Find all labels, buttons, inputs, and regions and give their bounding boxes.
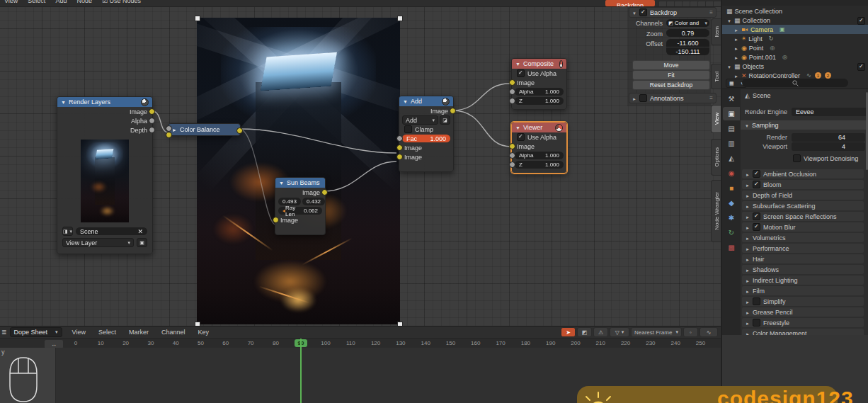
collection-visibility-checkbox[interactable] xyxy=(857,17,865,25)
warning-filter-button[interactable]: ⚠ xyxy=(593,327,608,337)
scene-browse-button[interactable]: ◨ xyxy=(62,227,73,236)
z-field[interactable]: Z1.000 xyxy=(515,161,564,169)
output-socket-image[interactable] xyxy=(149,108,155,115)
node-header[interactable]: ▼ Add xyxy=(399,96,453,106)
samples-viewport-field[interactable]: 4 xyxy=(792,142,865,151)
expand-icon[interactable] xyxy=(632,95,636,102)
offset-y-field[interactable]: -150.111 xyxy=(666,47,709,55)
tweak-tool-button[interactable]: ➤ xyxy=(561,327,576,337)
panel-row-screen-space-reflections[interactable]: Screen Space Reflections xyxy=(742,212,864,221)
expand-icon[interactable] xyxy=(746,181,750,188)
panel-row-ambient-occlusion[interactable]: Ambient Occlusion xyxy=(742,169,864,178)
properties-tab-0[interactable]: ⚒ xyxy=(723,92,740,106)
outliner-row-collection[interactable]: ▦ Collection xyxy=(722,16,868,25)
panel-row-subsurface-scattering[interactable]: Subsurface Scattering xyxy=(742,201,864,210)
menu-view[interactable]: View xyxy=(4,0,18,4)
input-socket-alpha[interactable] xyxy=(509,89,515,95)
light-data-icon[interactable]: ↻ xyxy=(769,35,774,42)
camera-data-icon[interactable]: ▣ xyxy=(780,26,785,33)
outliner-row-scene-collection[interactable]: ▦ Scene Collection xyxy=(722,6,868,16)
output-socket-image[interactable] xyxy=(450,108,456,114)
use-alpha-checkbox[interactable] xyxy=(517,69,525,77)
expand-icon[interactable] xyxy=(746,245,750,252)
tab-view[interactable]: View xyxy=(711,105,721,133)
expand-icon[interactable] xyxy=(746,298,750,305)
node-header[interactable]: ▼ Render Layers xyxy=(57,97,152,107)
expand-icon[interactable] xyxy=(746,256,750,263)
output-socket-depth[interactable] xyxy=(149,127,155,133)
scene-field[interactable]: Scene✕ xyxy=(76,227,147,235)
output-socket-image[interactable] xyxy=(236,127,243,134)
panel-checkbox[interactable] xyxy=(753,223,760,231)
menu-marker[interactable]: Marker xyxy=(129,329,149,336)
outliner-row-objects[interactable]: ▦ Objects xyxy=(722,62,868,71)
outliner-row-light[interactable]: ☀ Light ↻ xyxy=(722,34,868,43)
backdrop-panel-header[interactable]: Backdrop ≡ xyxy=(629,7,716,18)
node-header[interactable]: ▼ Viewer xyxy=(512,123,566,132)
render-layer-icon-button[interactable]: ▣ xyxy=(137,238,147,247)
viewport-denoising-row[interactable]: Viewport Denoising xyxy=(793,154,858,162)
expand-icon[interactable] xyxy=(746,203,750,210)
expand-icon[interactable] xyxy=(746,171,750,178)
properties-tab-1[interactable]: ▣ xyxy=(723,107,740,120)
input-socket-image[interactable] xyxy=(273,217,279,223)
node-mix-add[interactable]: ▼ Add Image Add ◪ Clamp Fac1.000 Image I… xyxy=(399,96,454,172)
properties-tab-2[interactable]: ▤ xyxy=(723,122,740,135)
collapse-icon[interactable]: ▼ xyxy=(61,100,66,105)
z-field[interactable]: Z1.000 xyxy=(515,97,564,105)
source-y-field[interactable]: 0.432 xyxy=(302,198,325,205)
properties-tab-9[interactable]: ↻ xyxy=(723,226,740,239)
properties-tab-6[interactable]: ■ xyxy=(723,181,740,195)
panel-row-volumetrics[interactable]: Volumetrics xyxy=(742,233,864,242)
panel-row-bloom[interactable]: Bloom xyxy=(742,180,864,189)
panel-checkbox[interactable] xyxy=(753,181,760,188)
properties-tab-7[interactable]: ◆ xyxy=(723,196,740,210)
expand-icon[interactable] xyxy=(733,45,739,52)
menu-view[interactable]: View xyxy=(72,329,86,336)
input-socket-fac[interactable] xyxy=(396,135,403,142)
annotations-panel-header[interactable]: Annotations ≡ xyxy=(629,93,716,103)
expand-icon[interactable] xyxy=(726,17,732,24)
menu-node[interactable]: Node xyxy=(76,0,92,4)
collapse-icon[interactable]: ▼ xyxy=(403,99,408,104)
expand-icon[interactable] xyxy=(733,54,739,61)
clamp-checkbox[interactable] xyxy=(404,125,412,133)
use-nodes-checkbox[interactable]: ☑ Use Nodes xyxy=(102,0,141,4)
panel-checkbox[interactable] xyxy=(753,319,760,327)
output-socket-image[interactable] xyxy=(321,189,328,195)
node-composite[interactable]: ▼ Composite Use Alpha Image Alpha1.000 Z… xyxy=(511,58,567,110)
header-icon[interactable] xyxy=(713,1,721,7)
input-socket-z[interactable] xyxy=(509,161,515,168)
tab-options[interactable]: Options xyxy=(711,139,721,176)
panel-row-depth-of-field[interactable]: Depth of Field xyxy=(742,191,864,200)
collection-visibility-checkbox[interactable] xyxy=(857,63,865,71)
backdrop-toggle-button[interactable]: Backdrop xyxy=(605,0,655,6)
output-socket-alpha[interactable] xyxy=(149,118,155,124)
collapse-icon[interactable]: ▼ xyxy=(515,62,520,67)
node-header[interactable]: ▼ Composite xyxy=(512,59,566,69)
expand-icon[interactable]: ► xyxy=(172,127,177,132)
render-engine-dropdown[interactable]: Eevee xyxy=(792,108,868,116)
outliner-search-input[interactable] xyxy=(742,79,848,87)
point-data-icon[interactable]: ◎ xyxy=(782,54,787,60)
alpha-field[interactable]: Alpha1.000 xyxy=(515,88,564,96)
view-layer-dropdown[interactable]: View Layer xyxy=(62,238,134,247)
ray-length-slider[interactable]: ◂Ray Len0.062 xyxy=(278,207,322,215)
expand-icon[interactable] xyxy=(746,319,750,327)
samples-render-field[interactable]: 64 xyxy=(792,133,865,142)
expand-icon[interactable] xyxy=(746,224,750,231)
node-sun-beams[interactable]: ▼ Sun Beams Image 0.493 0.432 ◂Ray Len0.… xyxy=(275,177,326,235)
panel-row-film[interactable]: Film xyxy=(742,286,864,295)
expand-icon[interactable] xyxy=(746,213,750,220)
playhead[interactable] xyxy=(300,339,302,403)
transform-handle[interactable] xyxy=(397,16,403,21)
input-socket-fac[interactable] xyxy=(166,125,172,132)
backdrop-enable-checkbox[interactable] xyxy=(639,8,647,16)
tab-item[interactable]: Item xyxy=(711,18,721,45)
move-button[interactable]: Move xyxy=(632,60,710,70)
expand-icon[interactable] xyxy=(746,192,750,199)
properties-tab-10[interactable]: ▩ xyxy=(723,241,740,254)
menu-select[interactable]: Select xyxy=(28,0,45,4)
transform-handle[interactable] xyxy=(195,16,200,21)
properties-tab-5[interactable]: ◉ xyxy=(723,166,740,180)
